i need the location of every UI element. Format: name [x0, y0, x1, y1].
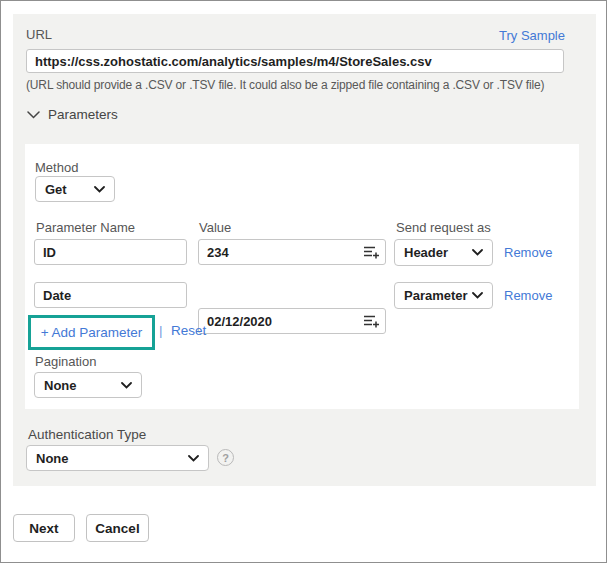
chevron-down-icon	[94, 186, 105, 193]
import-url-dialog: URL Try Sample (URL should provide a .CS…	[0, 0, 607, 563]
parameters-header-label: Parameters	[48, 107, 118, 122]
send-request-as-select[interactable]: Parameter	[394, 282, 493, 309]
method-select-value: Get	[45, 182, 67, 197]
pagination-label: Pagination	[35, 354, 96, 369]
send-request-as-value: Parameter	[404, 288, 468, 303]
remove-parameter-link[interactable]: Remove	[504, 245, 552, 260]
send-request-as-value: Header	[404, 245, 448, 260]
chevron-down-icon	[27, 111, 40, 119]
url-input[interactable]	[26, 49, 564, 73]
column-header-send-request-as: Send request as	[396, 220, 491, 235]
link-separator: |	[159, 323, 163, 338]
try-sample-link[interactable]: Try Sample	[499, 28, 565, 43]
pagination-select-value: None	[44, 378, 77, 393]
parameter-value-field	[198, 239, 386, 265]
add-parameter-highlight: + Add Parameter	[28, 315, 155, 350]
add-parameter-button[interactable]: + Add Parameter	[41, 325, 143, 340]
chevron-down-icon	[188, 455, 199, 462]
send-request-as-select[interactable]: Header	[394, 239, 493, 266]
method-select[interactable]: Get	[35, 176, 115, 202]
authentication-type-label: Authentication Type	[28, 427, 146, 442]
parameters-section-toggle[interactable]: Parameters	[27, 107, 118, 122]
parameter-name-input[interactable]	[34, 282, 187, 308]
parameter-value-input[interactable]	[198, 239, 386, 265]
chevron-down-icon	[121, 382, 132, 389]
insert-list-plus-icon[interactable]	[362, 245, 380, 263]
next-button[interactable]: Next	[13, 514, 75, 542]
chevron-down-icon	[472, 292, 483, 299]
chevron-down-icon	[472, 249, 483, 256]
remove-parameter-link[interactable]: Remove	[504, 288, 552, 303]
help-icon[interactable]: ?	[217, 449, 234, 466]
cancel-button[interactable]: Cancel	[86, 514, 149, 542]
column-header-parameter-name: Parameter Name	[36, 220, 135, 235]
pagination-select[interactable]: None	[34, 372, 142, 398]
parameter-name-input[interactable]	[34, 239, 187, 265]
url-label: URL	[26, 27, 52, 42]
column-header-value: Value	[199, 220, 231, 235]
parameter-value-input[interactable]	[198, 308, 386, 334]
reset-link[interactable]: Reset	[171, 323, 206, 338]
parameter-value-field	[198, 308, 386, 334]
authentication-type-value: None	[36, 451, 69, 466]
insert-list-plus-icon[interactable]	[362, 314, 380, 332]
url-helper-text: (URL should provide a .CSV or .TSV file.…	[26, 78, 544, 92]
authentication-type-select[interactable]: None	[26, 445, 209, 471]
method-label: Method	[35, 160, 78, 175]
